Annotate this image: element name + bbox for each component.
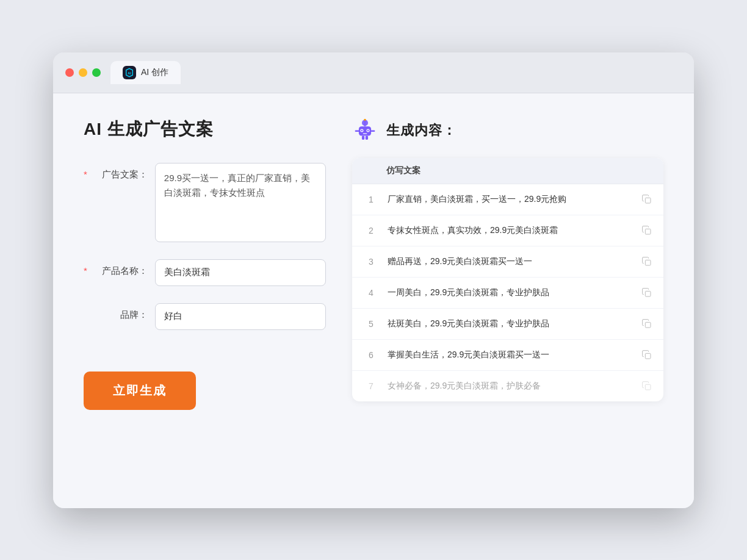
copy-icon[interactable] [640,224,654,237]
table-row: 4一周美白，29.9元美白淡斑霜，专业护肤品 [352,278,663,309]
robot-icon [352,118,378,143]
row-text: 祛斑美白，29.9元美白淡斑霜，专业护肤品 [388,317,633,330]
svg-rect-15 [645,198,651,203]
traffic-lights [65,68,101,77]
copy-icon[interactable] [640,193,654,206]
browser-tab[interactable]: AI AI 创作 [110,61,181,84]
row-text: 厂家直销，美白淡斑霜，买一送一，29.9元抢购 [388,193,633,206]
copy-icon[interactable] [640,379,654,393]
row-number: 1 [362,195,380,204]
row-text: 一周美白，29.9元美白淡斑霜，专业护肤品 [388,286,633,299]
row-text: 赠品再送，29.9元美白淡斑霜买一送一 [388,255,633,268]
table-row: 2专抹女性斑点，真实功效，29.9元美白淡斑霜 [352,215,663,246]
right-panel: 生成内容： 仿写文案 1厂家直销，美白淡斑霜，买一送一，29.9元抢购 2专抹女… [352,118,663,484]
brand-label: 品牌： [96,303,148,321]
results-container: 1厂家直销，美白淡斑霜，买一送一，29.9元抢购 2专抹女性斑点，真实功效，29… [352,184,663,401]
row-number: 4 [362,288,380,298]
copy-icon[interactable] [640,317,654,331]
svg-point-6 [361,129,363,131]
close-button[interactable] [65,68,74,77]
row-text: 女神必备，29.9元美白淡斑霜，护肤必备 [388,379,633,392]
svg-rect-14 [366,135,368,140]
copy-icon[interactable] [640,348,654,362]
brand-input[interactable] [155,303,326,330]
product-name-required: * [84,259,87,276]
product-name-input[interactable] [155,259,326,286]
maximize-button[interactable] [92,68,101,77]
table-header: 仿写文案 [352,158,663,184]
tab-label: AI 创作 [141,67,168,78]
svg-rect-8 [363,133,367,134]
row-number: 2 [362,226,380,235]
copy-icon[interactable] [640,255,654,268]
ai-tab-icon: AI [123,66,136,79]
row-number: 5 [362,319,380,329]
browser-titlebar: AI AI 创作 [53,52,694,93]
brand-group: * 品牌： [84,303,328,330]
ad-copy-required: * [84,163,87,179]
svg-rect-20 [645,353,651,359]
svg-rect-21 [645,384,651,390]
svg-rect-19 [645,322,651,328]
left-panel: AI 生成广告文案 * 广告文案： * 产品名称： * 品牌： 立即生成 [84,118,328,484]
minimize-button[interactable] [79,68,87,77]
ad-copy-label: 广告文案： [96,163,148,181]
browser-content: AI 生成广告文案 * 广告文案： * 产品名称： * 品牌： 立即生成 [53,93,694,508]
generate-button[interactable]: 立即生成 [84,372,196,410]
svg-rect-18 [645,291,651,296]
product-name-label: 产品名称： [96,259,148,277]
svg-point-10 [364,118,366,120]
row-number: 3 [362,257,380,267]
row-text: 掌握美白生活，29.9元美白淡斑霜买一送一 [388,348,633,361]
table-row: 5祛斑美白，29.9元美白淡斑霜，专业护肤品 [352,309,663,340]
result-title: 生成内容： [386,121,457,140]
copy-icon[interactable] [640,286,654,300]
svg-rect-17 [645,260,651,265]
svg-text:AI: AI [128,71,131,74]
svg-point-7 [367,129,369,131]
table-row: 6掌握美白生活，29.9元美白淡斑霜买一送一 [352,340,663,371]
results-table: 仿写文案 1厂家直销，美白淡斑霜，买一送一，29.9元抢购 2专抹女性斑点，真实… [352,158,663,401]
ad-copy-group: * 广告文案： [84,163,328,242]
ad-copy-input[interactable] [155,163,326,242]
svg-rect-13 [362,135,364,140]
table-row: 1厂家直销，美白淡斑霜，买一送一，29.9元抢购 [352,184,663,215]
row-text: 专抹女性斑点，真实功效，29.9元美白淡斑霜 [388,224,633,237]
browser-window: AI AI 创作 AI 生成广告文案 * 广告文案： * 产品名称： [53,52,694,508]
page-title: AI 生成广告文案 [84,118,328,141]
result-header: 生成内容： [352,118,663,143]
row-number: 7 [362,381,380,391]
table-row: 3赠品再送，29.9元美白淡斑霜买一送一 [352,246,663,278]
table-row: 7女神必备，29.9元美白淡斑霜，护肤必备 [352,371,663,401]
row-number: 6 [362,350,380,360]
product-name-group: * 产品名称： [84,259,328,286]
svg-rect-16 [645,229,651,234]
